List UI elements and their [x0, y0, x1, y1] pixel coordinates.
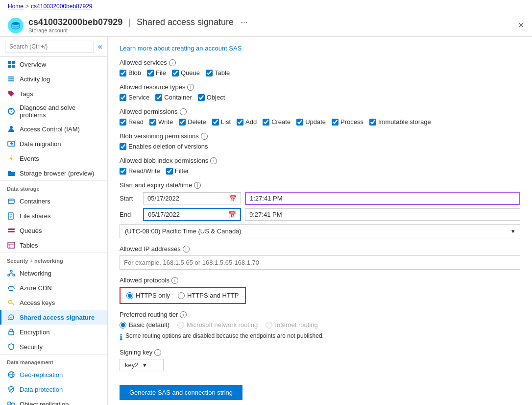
allowed-ip-group: Allowed IP addresses i [120, 245, 520, 270]
svg-rect-17 [8, 242, 15, 248]
radio-microsoft-routing[interactable]: Microsoft network routing [177, 321, 258, 329]
sidebar-item-object-replication[interactable]: Object replication [0, 397, 107, 405]
start-date-input[interactable]: 05/17/2022 📅 [143, 192, 241, 204]
learn-link[interactable]: Learn more about creating an account SAS [120, 45, 242, 52]
sidebar-item-iam[interactable]: Access Control (IAM) [0, 122, 107, 136]
page-header: cs410032000beb07929 | Shared access sign… [0, 13, 532, 37]
checkbox-blob[interactable]: Blob [120, 69, 141, 76]
breadcrumb-resource[interactable]: cs410032000beb07929 [31, 3, 92, 10]
info-icon-resource[interactable]: i [187, 84, 194, 91]
info-icon-routing[interactable]: i [180, 311, 187, 318]
checkbox-file[interactable]: File [147, 69, 166, 76]
info-icon-signing[interactable]: i [154, 349, 161, 356]
calendar-icon-start[interactable]: 📅 [229, 195, 237, 202]
allowed-permissions-checkboxes: Read Write Delete List Add Create Update… [120, 118, 520, 126]
checkbox-object[interactable]: Object [198, 94, 225, 101]
chevron-down-icon: ▾ [511, 228, 515, 235]
checkbox-service[interactable]: Service [120, 94, 149, 101]
sidebar-item-label: Storage browser (preview) [20, 170, 94, 177]
header-subtitle: Storage account [28, 27, 248, 33]
calendar-icon-end[interactable]: 📅 [228, 211, 236, 218]
queue-icon [7, 226, 16, 235]
sidebar-item-overview[interactable]: Overview [0, 57, 107, 72]
sidebar-item-storage-browser[interactable]: Storage browser (preview) [0, 166, 107, 180]
dataprotect-icon [7, 385, 16, 394]
signing-key-group: Signing key i key2 ▾ [120, 349, 520, 371]
sidebar-item-data-protection[interactable]: Data protection [0, 382, 107, 397]
radio-internet-routing[interactable]: Internet routing [266, 321, 317, 329]
checkbox-create[interactable]: Create [263, 118, 290, 126]
protocols-radio-row: HTTPS only HTTPS and HTTP [126, 292, 239, 299]
collapse-button[interactable]: « [98, 42, 102, 51]
sidebar-item-security[interactable]: Security [0, 339, 107, 354]
checkbox-delete[interactable]: Delete [179, 118, 206, 126]
sidebar-item-activity-log[interactable]: Activity log [0, 72, 107, 86]
sidebar-item-events[interactable]: Events [0, 151, 107, 166]
timezone-select[interactable]: (UTC-08:00) Pacific Time (US & Canada) ▾ [120, 224, 520, 238]
radio-basic[interactable]: Basic (default) [120, 321, 169, 329]
svg-rect-2 [12, 61, 15, 64]
sidebar-item-queues[interactable]: Queues [0, 223, 107, 238]
checkbox-container[interactable]: Container [155, 94, 192, 101]
checkbox-list[interactable]: List [212, 118, 231, 126]
sidebar-item-access-keys[interactable]: Access keys [0, 295, 107, 310]
section-security-networking: Security + networking [0, 253, 107, 266]
checkbox-queue[interactable]: Queue [172, 69, 200, 76]
sidebar-item-file-shares[interactable]: File shares [0, 208, 107, 223]
tag-icon [7, 89, 16, 98]
storage-icon [8, 18, 24, 33]
end-datetime-row: End 05/17/2022 📅 9:27:41 PM [120, 208, 520, 221]
checkbox-table[interactable]: Table [206, 69, 230, 76]
info-icon-blob-index[interactable]: i [210, 157, 217, 164]
checkbox-process[interactable]: Process [332, 118, 363, 126]
start-time-input[interactable]: 1:27:41 PM [245, 192, 520, 205]
checkbox-write[interactable]: Write [149, 118, 173, 126]
checkbox-immutable[interactable]: Immutable storage [369, 118, 431, 126]
sidebar-item-tags[interactable]: Tags [0, 86, 107, 101]
svg-point-18 [10, 270, 12, 272]
end-date-input[interactable]: 05/17/2022 📅 [143, 208, 241, 221]
end-time-input[interactable]: 9:27:41 PM [245, 208, 520, 221]
info-icon[interactable]: i [169, 59, 176, 66]
checkbox-enables-deletion[interactable]: Enables deletion of versions [120, 143, 208, 150]
signing-key-dropdown[interactable]: key2 ▾ [120, 359, 164, 371]
svg-point-19 [8, 274, 10, 276]
sidebar-item-azure-cdn[interactable]: Azure CDN [0, 280, 107, 295]
protocols-box: HTTPS only HTTPS and HTTP [120, 287, 246, 304]
sidebar-item-geo-replication[interactable]: Geo-replication [0, 367, 107, 382]
info-icon-versioning[interactable]: i [201, 133, 208, 140]
sidebar-item-containers[interactable]: Containers [0, 194, 107, 208]
info-icon-permissions[interactable]: i [180, 108, 187, 115]
sidebar-item-networking[interactable]: Networking [0, 266, 107, 280]
radio-https-http[interactable]: HTTPS and HTTP [178, 292, 239, 299]
search-input[interactable] [5, 41, 94, 52]
sidebar-item-diagnose[interactable]: ? Diagnose and solve problems [0, 101, 107, 122]
svg-rect-5 [8, 76, 14, 77]
generate-sas-button[interactable]: Generate SAS and connection string [120, 385, 242, 400]
header-more-button[interactable]: ··· [241, 17, 248, 27]
sidebar-item-encryption[interactable]: Encryption [0, 325, 107, 339]
radio-https-only[interactable]: HTTPS only [126, 292, 170, 299]
breadcrumb-home[interactable]: Home [8, 3, 24, 10]
sidebar-item-shared-access[interactable]: Shared access signature [0, 310, 107, 325]
svg-rect-7 [8, 80, 14, 81]
page-title: Shared access signature [137, 17, 234, 27]
close-button[interactable]: ✕ [518, 21, 524, 30]
info-icon-datetime[interactable]: i [194, 182, 201, 189]
sidebar-item-data-migration[interactable]: Data migration [0, 136, 107, 151]
checkbox-read[interactable]: Read [120, 118, 144, 126]
sidebar-item-label: Events [20, 155, 39, 162]
sidebar-item-label: Data migration [20, 140, 61, 148]
svg-point-20 [13, 274, 15, 276]
signing-key-label: Signing key i [120, 349, 520, 356]
info-icon-protocols[interactable]: i [171, 277, 178, 284]
checkbox-add[interactable]: Add [237, 118, 257, 126]
sidebar-item-tables[interactable]: Tables [0, 238, 107, 253]
info-icon-ip[interactable]: i [183, 246, 190, 253]
checkbox-filter[interactable]: Filter [166, 167, 189, 175]
svg-rect-3 [8, 65, 11, 68]
allowed-ip-input[interactable] [120, 255, 520, 270]
svg-rect-13 [8, 199, 14, 203]
checkbox-update[interactable]: Update [296, 118, 326, 126]
checkbox-readwrite[interactable]: Read/Write [120, 167, 160, 175]
